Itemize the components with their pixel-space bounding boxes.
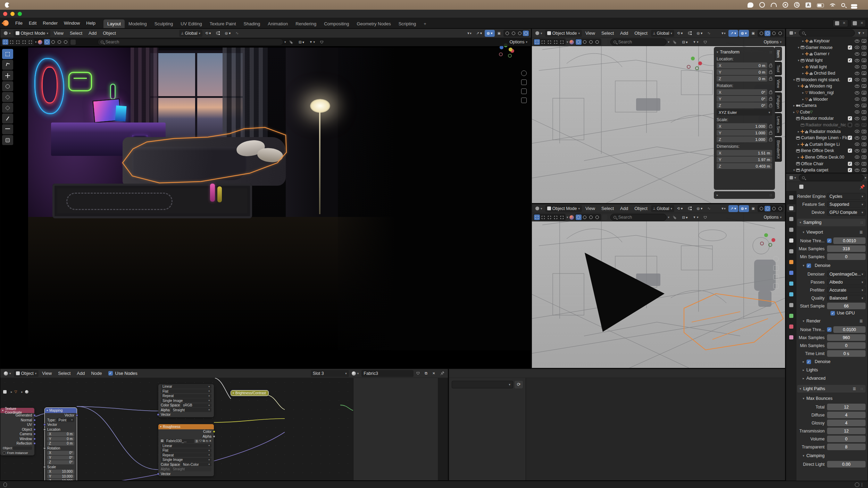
solid-shading-button[interactable]: [510, 31, 516, 36]
hide-eye-icon[interactable]: [855, 117, 859, 120]
texture-coordinate-node[interactable]: ▾Texture CoordinateGeneratedNormalUVObje…: [0, 408, 34, 455]
zoom-icon[interactable]: [521, 70, 527, 76]
chevron-down-icon[interactable]: ▾: [668, 216, 669, 219]
paint-mask-toggle[interactable]: [602, 40, 607, 45]
disable-render-icon[interactable]: [862, 104, 866, 107]
node-dropdown[interactable]: Single Image▾: [161, 398, 211, 403]
outliner-row[interactable]: Curtain Beige Linen - Flc✓: [786, 135, 868, 141]
input-socket[interactable]: [43, 428, 46, 431]
properties-panel-collapsed[interactable]: ▸ ∷: [714, 191, 775, 199]
sidebar-tab-blenderkit[interactable]: BlenderKit: [775, 137, 782, 162]
rotation-mode-dropdown[interactable]: XYZ Euler▾: [717, 109, 772, 116]
shader-type-dropdown[interactable]: Object▾: [14, 370, 39, 377]
viewport-menu-object[interactable]: Object: [100, 31, 119, 36]
camera-view-icon[interactable]: [773, 274, 779, 280]
input-source-icon[interactable]: [806, 2, 811, 8]
wechat-icon[interactable]: [748, 2, 753, 8]
transform-value-field[interactable]: Z1.000: [717, 136, 767, 142]
object-picker[interactable]: [13, 446, 32, 450]
sidebar-tab-item[interactable]: Item: [775, 47, 782, 61]
options-dropdown[interactable]: Options▾: [507, 39, 529, 45]
input-socket[interactable]: [157, 413, 159, 416]
selectability-filter-dropdown[interactable]: ▼▾: [719, 205, 727, 212]
hide-eye-icon[interactable]: [855, 124, 859, 127]
viewport-menu-select[interactable]: Select: [67, 31, 85, 36]
expand-arrow-icon[interactable]: ▸: [796, 143, 801, 146]
close-window-button[interactable]: [3, 12, 7, 16]
hide-eye-icon[interactable]: [855, 52, 859, 56]
lock-icon[interactable]: [769, 98, 772, 101]
select-box-tool[interactable]: [2, 49, 13, 59]
tab-animation[interactable]: Animation: [264, 19, 292, 28]
checkbox-checked[interactable]: ✓: [807, 360, 811, 364]
shading-toggle-1[interactable]: [582, 214, 588, 220]
disable-render-icon[interactable]: [862, 168, 866, 172]
orientation-dropdown[interactable]: ⟂Global▾: [651, 30, 674, 37]
disable-render-icon[interactable]: [862, 136, 866, 140]
navigation-gizmo[interactable]: [687, 57, 702, 72]
selectability-filter-dropdown[interactable]: ▼▾: [465, 30, 473, 37]
chevron-down-icon[interactable]: ▾: [35, 40, 37, 44]
outliner-row[interactable]: ▸Camera: [786, 102, 868, 109]
fake-user-shield-icon[interactable]: 🛡: [199, 439, 202, 443]
disable-render-icon[interactable]: [862, 155, 866, 159]
transform-value-field[interactable]: Y1.97 m: [717, 157, 772, 162]
prop-number-min-samples[interactable]: 0: [827, 342, 866, 349]
tab-scripting[interactable]: Scripting: [395, 19, 420, 28]
orientation-dropdown[interactable]: ⟂Global▾: [651, 205, 674, 212]
rendered-shading-button[interactable]: [777, 206, 783, 211]
expand-arrow-icon[interactable]: ▸: [792, 104, 796, 107]
expand-arrow-icon[interactable]: ▸: [796, 130, 801, 133]
minimize-window-button[interactable]: [10, 12, 15, 16]
unlink-material-icon[interactable]: ✕: [430, 370, 437, 377]
viewlayer-selector[interactable]: ✕: [850, 19, 866, 27]
alpha-dropdown[interactable]: Straight▾: [171, 408, 211, 412]
expand-arrow-icon[interactable]: ▸: [801, 39, 805, 43]
node-dropdown[interactable]: Flat▾: [161, 389, 211, 393]
exclude-checkbox[interactable]: ✓: [848, 58, 852, 62]
viewport-main-rendered[interactable]: ▾Object Mode▾ViewSelectAddObject⟂Global▾…: [0, 28, 531, 369]
outliner-row[interactable]: Bene Office Desk✓: [786, 148, 868, 154]
fake-user-shield-icon[interactable]: 🛡: [414, 370, 422, 377]
output-socket[interactable]: [76, 414, 78, 417]
shader-menu-add[interactable]: Add: [74, 371, 87, 376]
checkbox-checked[interactable]: ✓: [831, 311, 835, 315]
black-triangle-object[interactable]: [585, 253, 665, 332]
tab-modeling[interactable]: Modeling: [125, 19, 151, 28]
outliner-row[interactable]: ▸▽Cube ▽: [786, 109, 868, 116]
snap-magnet-toggle[interactable]: 🧲: [214, 30, 222, 37]
brightness-contrast-node[interactable]: ▾Brightness/Contrast: [231, 390, 268, 396]
properties-editor-icon[interactable]: ▾: [787, 174, 798, 181]
shader-menu-node[interactable]: Node: [88, 371, 105, 376]
bookmark-icon[interactable]: 🔖: [670, 214, 679, 221]
modifiers-tab[interactable]: [787, 269, 795, 277]
select-mode-2[interactable]: [546, 214, 552, 220]
shading-toggle-0[interactable]: [576, 39, 582, 45]
node-dropdown[interactable]: Linear▾: [161, 444, 211, 448]
expand-arrow-icon[interactable]: ▸: [792, 110, 796, 114]
expand-arrow-icon[interactable]: ▸: [796, 155, 801, 159]
proportional-edit-dropdown[interactable]: ◎ ▾: [695, 30, 705, 37]
viewport-menu-view[interactable]: View: [583, 31, 598, 36]
disable-render-icon[interactable]: [862, 39, 866, 43]
pin-icon[interactable]: 📌: [859, 184, 865, 190]
hide-eye-icon[interactable]: [855, 162, 859, 165]
prop-number-direct-light[interactable]: 0.00: [827, 461, 866, 468]
mode-dropdown[interactable]: Object Mode▾: [545, 30, 582, 37]
unlink-icon[interactable]: ✕: [209, 439, 211, 443]
node-dropdown[interactable]: Single Image▾: [161, 458, 211, 462]
tab-uv-editing[interactable]: UV Editing: [177, 19, 206, 28]
wifi-icon[interactable]: [830, 3, 835, 8]
output-socket[interactable]: [33, 438, 36, 440]
world-tab[interactable]: [787, 247, 795, 255]
outliner-row[interactable]: ▸▽Wooder: [786, 96, 868, 102]
chevron-down-icon[interactable]: ▾: [567, 216, 568, 219]
prop-dropdown-feature-set[interactable]: Supported▾: [827, 201, 866, 208]
properties-search[interactable]: [799, 174, 864, 181]
chevron-down-icon[interactable]: ▾: [284, 40, 286, 44]
exclude-checkbox[interactable]: ✓: [848, 45, 852, 50]
selectability-filter-dropdown[interactable]: ▼▾: [719, 30, 727, 37]
transform-value-field[interactable]: X0°: [717, 89, 767, 95]
prop-number-volume[interactable]: 0: [827, 436, 866, 442]
lock-icon[interactable]: [769, 71, 772, 74]
